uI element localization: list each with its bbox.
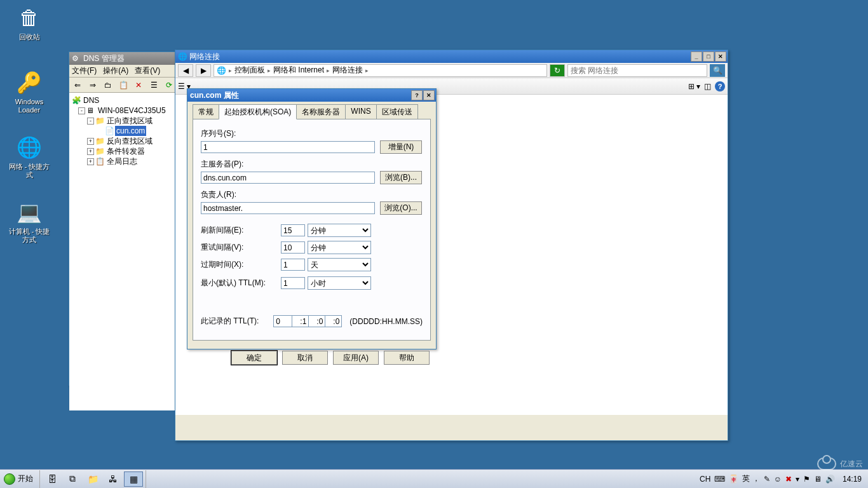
ime-emoji-icon[interactable]: ☺ (774, 475, 782, 484)
title-bar[interactable]: 🌐 网络连接 _ □ ✕ (175, 50, 728, 63)
show-desktop-button[interactable]: ▦ (124, 471, 143, 487)
tree-node-conditional-forwarders[interactable]: +📁条件转发器 (72, 146, 178, 156)
min-ttl-unit-select[interactable]: 小时 (308, 276, 371, 290)
desktop-icon-network-shortcut[interactable]: 🌐 网络 - 快捷方式 (6, 135, 52, 179)
collapse-icon[interactable]: - (78, 107, 85, 114)
ttl-seconds-input[interactable] (325, 315, 342, 327)
refresh-button[interactable]: ⟳ (162, 79, 176, 92)
help-button[interactable]: 帮助 (384, 351, 430, 365)
minimize-button[interactable]: _ (691, 51, 702, 62)
tree-node-global-log[interactable]: +📋全局日志 (72, 156, 178, 166)
dialog-body: 常规 起始授权机构(SOA) 名称服务器 WINS 区域传送 序列号(S): 增… (187, 102, 436, 346)
dns-icon: 🧩 (72, 95, 81, 105)
recycle-bin-icon: 🗑 (17, 5, 42, 30)
help-button[interactable]: ? (411, 90, 423, 100)
close-button[interactable]: ✕ (423, 90, 435, 100)
search-box[interactable] (567, 64, 707, 77)
primary-server-input[interactable] (201, 172, 375, 184)
breadcrumb-item[interactable]: 网络和 Internet (273, 65, 324, 76)
tree-node-dns[interactable]: 🧩DNS (72, 95, 178, 105)
ime-pad-icon[interactable]: ⌨ (714, 475, 725, 484)
expand-icon[interactable]: + (87, 138, 94, 145)
breadcrumb-item[interactable]: 控制面板 (234, 65, 265, 76)
desktop-icon-recycle-bin[interactable]: 🗑 回收站 (6, 5, 52, 41)
icon-label: 回收站 (6, 33, 52, 41)
forward-button[interactable]: ⇒ (86, 79, 100, 92)
powershell-button[interactable]: ⧉ (63, 471, 82, 487)
back-button[interactable]: ⇐ (71, 79, 85, 92)
collapse-icon[interactable]: - (87, 118, 94, 125)
tab-zone-transfer[interactable]: 区域传送 (376, 104, 418, 119)
refresh-button[interactable]: ↻ (550, 64, 565, 77)
tab-wins[interactable]: WINS (345, 104, 376, 119)
desktop-icon-computer-shortcut[interactable]: 💻 计算机 - 快捷方式 (6, 200, 52, 244)
tray-network-icon[interactable]: 🖥 (814, 475, 822, 484)
retry-interval-input[interactable] (281, 241, 305, 254)
ime-ch-indicator[interactable]: CH (700, 475, 710, 484)
tab-soa[interactable]: 起始授权机构(SOA) (219, 104, 297, 119)
menu-view[interactable]: 查看(V) (135, 65, 160, 76)
up-button[interactable]: 🗀 (101, 79, 115, 92)
ttl-minutes-input[interactable] (309, 315, 325, 327)
tree-view[interactable]: 🧩DNS -🖥WIN-08EV4CJ35U5 -📁正向查找区域 📄cun.com… (69, 93, 181, 410)
search-input[interactable] (571, 66, 704, 75)
expand-icon[interactable]: + (87, 158, 94, 165)
tree-node-forward-zones[interactable]: -📁正向查找区域 (72, 116, 178, 126)
tree-node-server[interactable]: -🖥WIN-08EV4CJ35U5 (72, 105, 178, 116)
dialog-title: cun.com 属性 (190, 90, 410, 101)
close-button[interactable]: ✕ (715, 51, 726, 62)
explorer-button[interactable]: 📁 (83, 471, 102, 487)
preview-button[interactable]: ◫ (704, 82, 711, 91)
start-button[interactable]: 开始 (0, 470, 40, 488)
expire-unit-select[interactable]: 天 (308, 258, 371, 271)
desktop-icon-windows-loader[interactable]: 🔑 Windows Loader (6, 70, 52, 114)
ok-button[interactable]: 确定 (231, 351, 277, 365)
ttl-days-input[interactable] (273, 315, 292, 327)
browse-o-button[interactable]: 浏览(O)... (380, 201, 422, 215)
cancel-button[interactable]: 取消 (282, 351, 328, 365)
clock[interactable]: 14:19 (839, 475, 865, 483)
forward-button[interactable]: ▶ (196, 64, 211, 77)
help-icon[interactable]: ? (715, 81, 725, 92)
apply-button[interactable]: 应用(A) (333, 351, 379, 365)
serial-input[interactable] (201, 141, 375, 153)
filter-button[interactable]: 📋 (116, 79, 130, 92)
menu-action[interactable]: 操作(A) (103, 65, 128, 76)
view-button[interactable]: ⊞ ▾ (688, 82, 700, 91)
retry-unit-select[interactable]: 分钟 (308, 241, 371, 254)
properties-button[interactable]: ☰ (147, 79, 161, 92)
ttl-hours-input[interactable] (292, 315, 309, 327)
responsible-input[interactable] (201, 202, 375, 214)
delete-button[interactable]: ✕ (132, 79, 146, 92)
icon-label: 计算机 - 快捷方式 (6, 227, 52, 244)
increment-button[interactable]: 增量(N) (380, 140, 422, 154)
tab-general[interactable]: 常规 (193, 104, 219, 119)
expand-icon[interactable]: + (87, 148, 94, 155)
ime-options-icon[interactable]: ▾ (796, 475, 799, 484)
tray-flag-icon[interactable]: ⚑ (803, 475, 810, 484)
maximize-button[interactable]: □ (703, 51, 714, 62)
server-manager-button[interactable]: 🗄 (43, 471, 62, 487)
ime-mode-indicator[interactable]: 英 ， (742, 473, 759, 484)
back-button[interactable]: ◀ (178, 64, 193, 77)
refresh-interval-input[interactable] (281, 224, 305, 236)
expire-input[interactable] (281, 259, 305, 271)
icon-label: 网络 - 快捷方式 (6, 163, 52, 179)
search-button[interactable]: 🔍 (710, 64, 725, 77)
tree-node-cun-com[interactable]: 📄cun.com (72, 126, 178, 136)
tab-name-servers[interactable]: 名称服务器 (296, 104, 346, 119)
ime-cn-icon[interactable]: 🀄 (729, 475, 738, 484)
menu-file[interactable]: 文件(F) (72, 65, 97, 76)
ime-settings-icon[interactable]: ✖ (785, 475, 792, 484)
ime-punct-icon[interactable]: ✎ (764, 475, 770, 484)
min-ttl-input[interactable] (281, 277, 305, 289)
refresh-unit-select[interactable]: 分钟 (308, 224, 371, 237)
title-bar[interactable]: cun.com 属性 ? ✕ (187, 89, 436, 102)
breadcrumb-item[interactable]: 网络连接 (332, 65, 363, 76)
breadcrumb[interactable]: 🌐 ▸ 控制面板 ▸ 网络和 Internet ▸ 网络连接 ▸ (214, 64, 547, 77)
tab-page-soa: 序列号(S): 增量(N) 主服务器(P): 浏览(B)... 负责人(R): … (193, 119, 431, 341)
tree-node-reverse-zones[interactable]: +📁反向查找区域 (72, 136, 178, 146)
tray-volume-icon[interactable]: 🔊 (825, 475, 835, 484)
network-devices-button[interactable]: 🖧 (104, 471, 123, 487)
browse-b-button[interactable]: 浏览(B)... (380, 171, 422, 184)
